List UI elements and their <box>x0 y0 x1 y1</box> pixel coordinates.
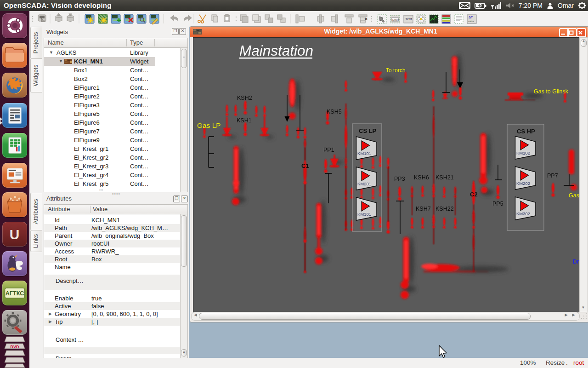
svg-text:PP3: PP3 <box>394 176 405 182</box>
svg-text:KM301: KM301 <box>357 212 371 217</box>
svg-text:KSH6: KSH6 <box>414 174 429 181</box>
svg-text:valve: valve <box>468 20 474 23</box>
svg-text:KSH1: KSH1 <box>237 117 252 124</box>
svg-text:Gas to Glinsk: Gas to Glinsk <box>534 88 569 95</box>
svg-text:DVD: DVD <box>10 345 19 349</box>
svg-text:»: » <box>364 15 368 22</box>
svg-text:KM302: KM302 <box>516 211 530 216</box>
svg-text:АГТКС: АГТКС <box>6 290 24 297</box>
svg-text:Dr: Dr <box>573 259 579 265</box>
svg-text:C2: C2 <box>470 191 478 198</box>
svg-text:CS LP: CS LP <box>359 127 377 134</box>
svg-text:Enter: Enter <box>392 18 399 21</box>
svg-text:KSH21: KSH21 <box>435 174 454 181</box>
svg-text:KSH7: KSH7 <box>416 206 431 212</box>
svg-text:Gas: Gas <box>569 192 579 199</box>
svg-text:PP7: PP7 <box>547 172 558 179</box>
svg-text:CS HP: CS HP <box>517 128 535 135</box>
svg-text:KSH5: KSH5 <box>327 109 342 115</box>
svg-text:ΔT: ΔT <box>469 16 473 19</box>
svg-text:KM101: KM101 <box>357 151 371 156</box>
svg-text:KM201: KM201 <box>357 181 371 186</box>
svg-text:Text: Text <box>405 17 412 21</box>
svg-text:KSH22: KSH22 <box>435 206 454 212</box>
svg-text:To torch: To torch <box>386 67 406 74</box>
svg-text:KM202: KM202 <box>516 181 530 186</box>
svg-text:PP1: PP1 <box>323 147 334 153</box>
svg-text:KSH2: KSH2 <box>237 95 252 101</box>
svg-text:Gas LP: Gas LP <box>197 121 221 129</box>
svg-text:C1: C1 <box>301 162 309 169</box>
svg-text:KM102: KM102 <box>516 150 530 155</box>
svg-text:U: U <box>10 227 20 242</box>
svg-text:PP5: PP5 <box>492 201 503 207</box>
svg-text:Mainstation: Mainstation <box>239 42 313 59</box>
